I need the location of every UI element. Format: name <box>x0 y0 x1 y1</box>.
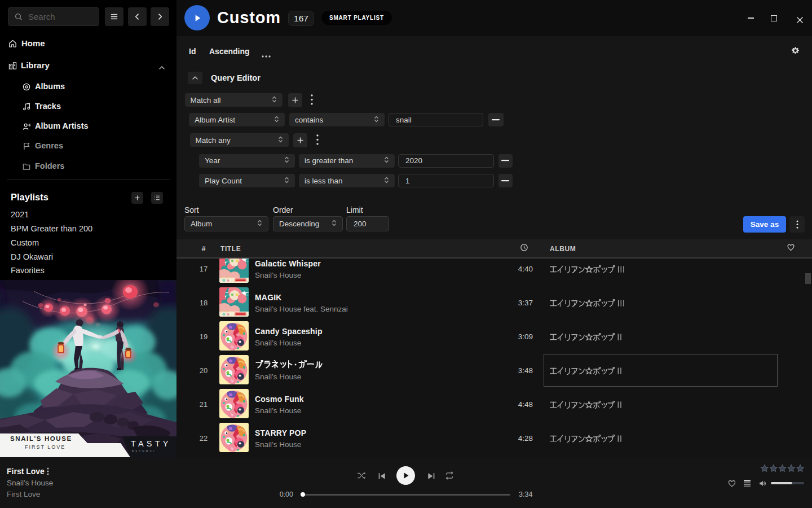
svg-text:FIRST LOVE: FIRST LOVE <box>25 444 65 450</box>
svg-text:BSTNMXI: BSTNMXI <box>132 450 156 453</box>
svg-text:TASTY: TASTY <box>131 439 171 448</box>
svg-text:SNAIL'S HOUSE: SNAIL'S HOUSE <box>10 435 72 442</box>
